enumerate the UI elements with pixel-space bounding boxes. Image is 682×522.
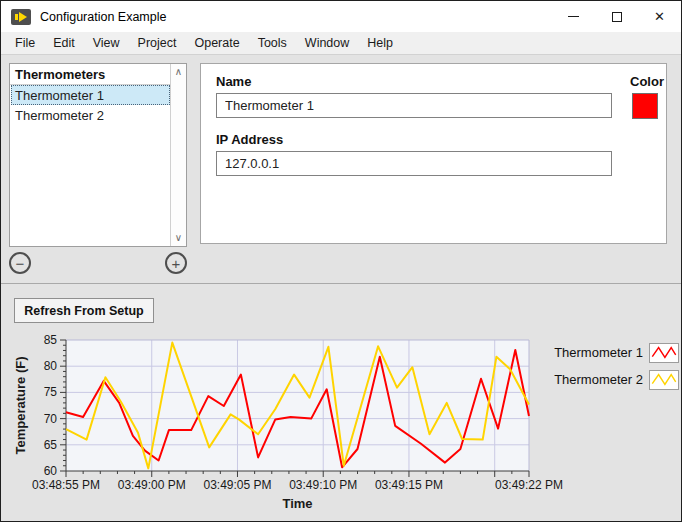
- svg-text:85: 85: [44, 333, 58, 347]
- menu-view[interactable]: View: [84, 32, 129, 54]
- window-controls: ✕: [552, 1, 681, 32]
- maximize-button[interactable]: [595, 1, 638, 32]
- minimize-button[interactable]: [552, 1, 595, 32]
- legend-row-thermometer-1: Thermometer 1: [549, 339, 679, 366]
- svg-text:75: 75: [44, 385, 58, 399]
- menu-help[interactable]: Help: [358, 32, 402, 54]
- svg-text:70: 70: [44, 412, 58, 426]
- labview-logo-icon: [11, 9, 31, 25]
- thermometer-listbox: Thermometers Thermometer 1 Thermometer 2…: [9, 63, 187, 247]
- svg-text:80: 80: [44, 359, 58, 373]
- close-icon: ✕: [654, 10, 665, 23]
- svg-text:60: 60: [44, 464, 58, 478]
- close-button[interactable]: ✕: [638, 1, 681, 32]
- menu-tools[interactable]: Tools: [249, 32, 296, 54]
- name-label: Name: [216, 74, 251, 89]
- color-label: Color: [630, 74, 664, 89]
- refresh-from-setup-button[interactable]: Refresh From Setup: [14, 298, 154, 323]
- menu-window[interactable]: Window: [296, 32, 358, 54]
- listbox-scrollbar[interactable]: ∧ ∨: [170, 64, 186, 246]
- menu-project[interactable]: Project: [129, 32, 186, 54]
- remove-thermometer-button[interactable]: −: [9, 252, 31, 274]
- menu-edit[interactable]: Edit: [44, 32, 84, 54]
- svg-text:03:49:22 PM: 03:49:22 PM: [495, 478, 563, 492]
- svg-text:Time: Time: [282, 496, 312, 511]
- legend-swatch-thermometer-2[interactable]: [649, 370, 679, 390]
- title-bar[interactable]: Configuration Example ✕: [1, 1, 681, 32]
- menu-file[interactable]: File: [6, 32, 44, 54]
- maximize-icon: [612, 12, 622, 22]
- thermometer-detail-panel: Name Color IP Address: [200, 63, 667, 244]
- svg-text:65: 65: [44, 438, 58, 452]
- legend-swatch-thermometer-1[interactable]: [649, 343, 679, 363]
- menu-bar: File Edit View Project Operate Tools Win…: [1, 32, 681, 55]
- svg-text:03:48:55 PM: 03:48:55 PM: [32, 478, 100, 492]
- listbox-header: Thermometers: [10, 64, 170, 85]
- legend-label-thermometer-1: Thermometer 1: [549, 345, 643, 360]
- section-divider: [1, 283, 681, 284]
- svg-text:03:49:10 PM: 03:49:10 PM: [289, 478, 357, 492]
- list-item-thermometer-2[interactable]: Thermometer 2: [11, 105, 170, 125]
- svg-text:03:49:05 PM: 03:49:05 PM: [203, 478, 271, 492]
- list-item-thermometer-1[interactable]: Thermometer 1: [11, 85, 170, 105]
- name-input[interactable]: [216, 93, 612, 118]
- add-thermometer-button[interactable]: +: [165, 252, 187, 274]
- svg-text:03:49:00 PM: 03:49:00 PM: [118, 478, 186, 492]
- legend-label-thermometer-2: Thermometer 2: [549, 372, 643, 387]
- app-window: Configuration Example ✕ File Edit View P…: [0, 0, 682, 522]
- ip-address-label: IP Address: [216, 132, 283, 147]
- chart-legend: Thermometer 1 Thermometer 2: [549, 339, 679, 393]
- menu-operate[interactable]: Operate: [185, 32, 248, 54]
- scroll-down-icon[interactable]: ∨: [175, 233, 182, 243]
- scroll-up-icon[interactable]: ∧: [175, 67, 182, 77]
- svg-text:Temperature (F): Temperature (F): [13, 357, 28, 455]
- minimize-icon: [568, 16, 579, 17]
- ip-address-input[interactable]: [216, 151, 612, 176]
- svg-text:03:49:15 PM: 03:49:15 PM: [375, 478, 443, 492]
- legend-row-thermometer-2: Thermometer 2: [549, 366, 679, 393]
- color-swatch[interactable]: [632, 93, 658, 119]
- window-title: Configuration Example: [40, 10, 166, 24]
